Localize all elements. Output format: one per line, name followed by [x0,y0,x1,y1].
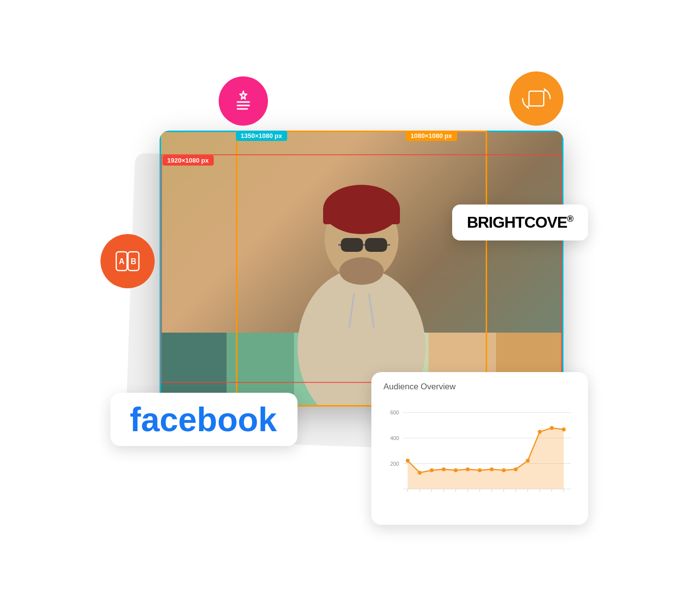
chart-point [418,471,422,475]
chart-point [465,467,469,471]
chart-point [501,468,505,472]
orange-ab-circle: A B [100,234,155,288]
chart-point [561,427,565,431]
chart-area-fill [407,428,563,489]
chart-point [514,467,518,471]
chart-point [490,467,494,471]
dim-label-1920: 1920×1080 px [163,155,214,166]
chart-point [405,459,409,463]
chart-point [454,468,458,472]
svg-text:400: 400 [390,435,399,441]
dim-label-1350: 1350×1080 px [236,131,287,141]
audience-overview-title: Audience Overview [384,382,576,392]
ab-test-icon: A B [112,246,143,276]
chart-point [429,468,433,472]
chart-point [537,430,541,434]
svg-rect-3 [529,91,544,106]
pink-sparkle-circle [219,76,268,126]
brightcove-card: BRIGHTCOVE® [452,205,588,240]
facebook-logo-text: facebook [130,401,277,438]
sparkle-text-icon [230,87,257,115]
image-background: 1350×1080 px 1080×1080 px 1920×1080 px [160,131,563,407]
chart-point [478,468,482,472]
svg-text:200: 200 [390,461,399,467]
svg-text:600: 600 [390,410,399,415]
chart-point [441,467,445,471]
crop-rotate-icon [522,84,551,113]
main-image-card: 1350×1080 px 1080×1080 px 1920×1080 px [160,131,563,407]
svg-rect-13 [323,207,400,224]
svg-rect-15 [365,238,387,252]
main-scene: A B [100,62,593,554]
orange-crop-circle [509,71,563,126]
svg-rect-14 [341,238,363,252]
chart-point [550,426,554,430]
audience-chart: 600 400 200 [384,397,576,515]
chart-point [526,459,529,463]
audience-overview-card: Audience Overview 600 400 200 [371,372,588,525]
svg-point-19 [339,257,384,285]
dim-label-1080: 1080×1080 px [406,131,457,141]
person-figure [268,140,455,407]
facebook-card: facebook [110,393,297,446]
svg-text:A: A [119,257,125,266]
brightcove-logo: BRIGHTCOVE® [467,213,573,231]
audience-chart-svg: 600 400 200 [384,397,576,515]
svg-text:B: B [131,257,136,266]
